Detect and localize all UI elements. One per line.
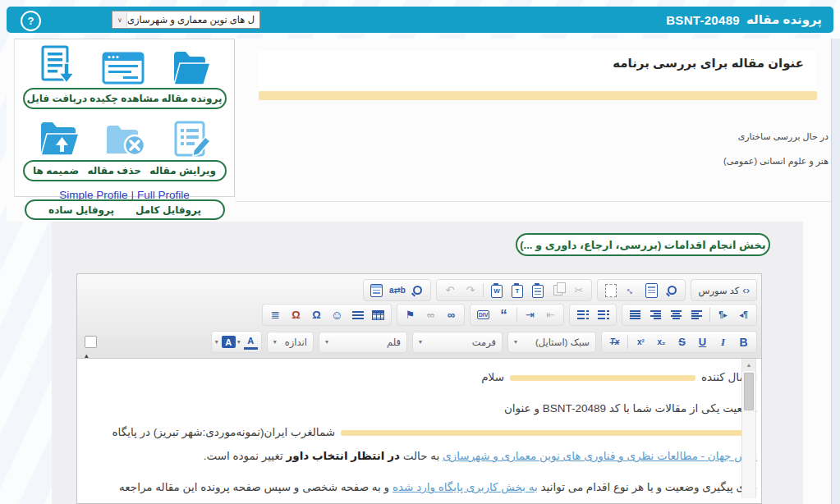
- anchor-flag-icon: ⚑: [406, 309, 415, 320]
- source-code-button[interactable]: ‹› کد سورس: [694, 282, 754, 300]
- justify-button[interactable]: [625, 306, 645, 324]
- page-break-icon: ≣: [271, 309, 280, 320]
- strikethrough-icon: S: [678, 337, 686, 347]
- login-link[interactable]: به بخش کاربری پایگاه وارد شده: [392, 481, 538, 493]
- bulleted-list-button[interactable]: [572, 306, 593, 324]
- article-title-highlight-bar: [259, 91, 817, 100]
- numbered-list-button[interactable]: [593, 306, 613, 324]
- italic-button[interactable]: I: [713, 333, 733, 351]
- insert-table-button[interactable]: [368, 306, 388, 324]
- bulleted-list-icon: [577, 310, 589, 319]
- status-text-3: به حالت: [403, 450, 440, 462]
- paragraph-group: ¶◂ ▸¶: [622, 304, 757, 326]
- bold-button[interactable]: B: [733, 333, 754, 351]
- font-combo[interactable]: قلم ▾: [319, 332, 407, 353]
- cut-button[interactable]: ✂: [568, 282, 589, 300]
- size-combo[interactable]: اندازه ▾: [267, 332, 314, 353]
- article-dossier-icon[interactable]: [168, 47, 212, 86]
- show-blocks-button[interactable]: [600, 282, 621, 300]
- find-icon: [413, 286, 422, 295]
- scrollbar-thumb[interactable]: [744, 373, 754, 410]
- remove-format-button[interactable]: Tx: [604, 333, 625, 351]
- full-profile-link-fa[interactable]: پروفایل کامل: [135, 204, 201, 216]
- blockquote-button[interactable]: “: [493, 306, 514, 324]
- action-download-file[interactable]: دریافت فایل: [27, 93, 88, 104]
- italic-icon: I: [721, 337, 725, 347]
- page-title-label: پرونده مقاله: [746, 12, 822, 27]
- horizontal-rule-button[interactable]: [347, 306, 368, 324]
- toolbar-row-1: ‹› کد سورس ↔ ✂ T W ↷: [81, 279, 757, 301]
- div-container-button[interactable]: DIV: [473, 306, 493, 324]
- underline-button[interactable]: U: [692, 333, 713, 351]
- subscript-button[interactable]: x₂: [651, 333, 672, 351]
- undo-button[interactable]: ↶: [439, 282, 460, 300]
- scroll-up-button[interactable]: ▲: [742, 359, 755, 371]
- action-attachments[interactable]: ضمیمه ها: [33, 165, 79, 176]
- actions-row-1: [15, 47, 234, 86]
- align-center-button[interactable]: [666, 306, 686, 324]
- follow-up-paragraph: برای پیگیری وضعیت و یا هر نوع اقدام می ت…: [103, 475, 757, 498]
- cut-icon: ✂: [575, 285, 584, 296]
- chevron-down-icon: ▾: [419, 338, 422, 346]
- anchor-button[interactable]: ⚑: [400, 306, 420, 324]
- action-edit-article[interactable]: ویرایش مقاله: [149, 165, 216, 176]
- outdent-button[interactable]: ⇤: [540, 306, 561, 324]
- style-combo[interactable]: سبک (استایل) ▾: [507, 332, 596, 353]
- format-combo[interactable]: فرمت ▾: [412, 332, 503, 353]
- journal-category-select[interactable]: ل های نوین معماری و شهرسازی ∨: [112, 11, 260, 29]
- edit-article-icon[interactable]: [169, 119, 213, 158]
- actions-section: بخش انجام اقدامات (بررسی، ارجاع، داوری و…: [52, 222, 803, 504]
- chevron-down-icon: ▾: [273, 338, 277, 346]
- align-left-icon: [691, 310, 702, 319]
- superscript-button[interactable]: x²: [631, 333, 651, 351]
- editor-scrollbar[interactable]: ▲: [741, 359, 756, 498]
- page-break-button[interactable]: ≣: [265, 306, 286, 324]
- math-character-button[interactable]: Ω: [286, 306, 306, 324]
- delete-article-icon[interactable]: [102, 121, 148, 158]
- ltr-paragraph-button[interactable]: ▸¶: [713, 306, 733, 324]
- strikethrough-button[interactable]: S: [672, 333, 692, 351]
- view-abstract-icon[interactable]: [100, 50, 146, 86]
- background-color-button[interactable]: A ▾: [214, 333, 236, 351]
- maximize-button[interactable]: ↔: [621, 282, 641, 300]
- journal-link[interactable]: نقش جهان - مطالعات نظری و فناوری های نوی…: [443, 450, 757, 462]
- preview-button[interactable]: [662, 282, 682, 300]
- attachments-icon[interactable]: [36, 119, 80, 158]
- find-button[interactable]: [407, 282, 428, 300]
- unlink-button[interactable]: ∞: [420, 306, 441, 324]
- smiley-button[interactable]: ☺: [327, 306, 347, 324]
- status-bold-text: در انتظار انتخاب داور: [286, 450, 399, 462]
- special-character-button[interactable]: Ω: [306, 306, 327, 324]
- action-view-abstract[interactable]: مشاهده چکیده: [90, 93, 158, 104]
- link-button[interactable]: ∞: [441, 306, 461, 324]
- paste-from-word-button[interactable]: W: [486, 282, 507, 300]
- replace-button[interactable]: a⇄b: [387, 282, 407, 300]
- toolbar-separator: [516, 308, 517, 322]
- download-file-icon[interactable]: [38, 45, 79, 86]
- text-color-button[interactable]: A ▾: [236, 333, 259, 351]
- superscript-icon: x²: [637, 338, 645, 346]
- redo-button[interactable]: ↷: [460, 282, 480, 300]
- select-all-button[interactable]: [366, 282, 387, 300]
- article-status-text: در حال بررسی ساختاری: [738, 131, 829, 141]
- article-category-text: هنر و علوم انسانی (عمومی): [723, 156, 829, 166]
- rtl-paragraph-icon: ¶◂: [739, 311, 748, 319]
- rtl-paragraph-button[interactable]: ¶◂: [733, 306, 754, 324]
- editor-content[interactable]: ارسال کنندهسلام وضعیت یکی از مقالات شما …: [77, 359, 761, 498]
- paste-as-text-button[interactable]: T: [507, 282, 527, 300]
- align-right-button[interactable]: [645, 306, 666, 324]
- action-article-dossier[interactable]: پرونده مقاله: [162, 93, 223, 104]
- copy-button[interactable]: [548, 282, 568, 300]
- paste-button[interactable]: [527, 282, 548, 300]
- action-delete-article[interactable]: حذف مقاله: [88, 165, 141, 176]
- align-left-button[interactable]: [686, 306, 707, 324]
- simple-profile-link-fa[interactable]: پروفایل ساده: [48, 204, 114, 216]
- help-icon[interactable]: ?: [21, 11, 41, 31]
- indent-button[interactable]: ⇥: [520, 306, 540, 324]
- toolbar-separator: [709, 308, 710, 322]
- underline-icon: U: [699, 337, 706, 347]
- link-group: ∞ ∞ ⚑: [397, 304, 465, 326]
- toolbar-checkbox[interactable]: [85, 336, 97, 348]
- follow-up-text-1: برای پیگیری وضعیت و یا هر نوع اقدام می ت…: [540, 481, 757, 493]
- templates-button[interactable]: [641, 282, 662, 300]
